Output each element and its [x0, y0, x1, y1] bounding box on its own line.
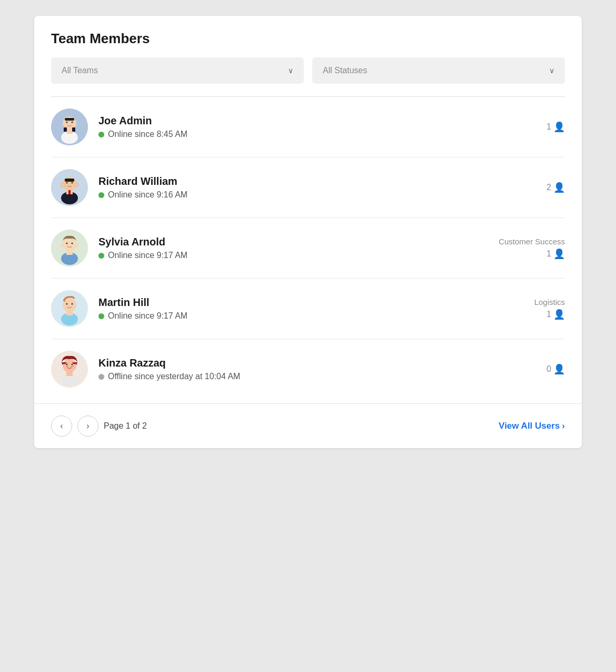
svg-point-25: [61, 243, 65, 248]
member-meta: Logistics 1 👤: [534, 298, 565, 320]
svg-point-16: [61, 183, 65, 187]
view-all-arrow-icon: ›: [562, 421, 565, 431]
pagination: ‹ › Page 1 of 2: [51, 416, 147, 437]
svg-rect-18: [68, 190, 71, 194]
member-meta: 2 👤: [547, 182, 565, 193]
member-count: 2 👤: [547, 182, 565, 193]
svg-point-38: [72, 364, 73, 365]
member-row[interactable]: Sylvia Arnold Online since 9:17 AM Custo…: [51, 218, 565, 279]
member-count: 1 👤: [547, 309, 565, 320]
member-meta: Customer Success 1 👤: [499, 237, 565, 260]
statuses-filter-label: All Statuses: [323, 66, 367, 75]
filters-bar: All Teams ∨ All Statuses ∨: [34, 57, 582, 96]
member-info: Sylvia Arnold Online since 9:17 AM: [98, 236, 499, 260]
count-number: 0: [547, 364, 551, 374]
svg-rect-30: [66, 311, 73, 315]
member-count: 0 👤: [547, 363, 565, 375]
chevron-down-icon: ∨: [549, 66, 554, 75]
next-page-button[interactable]: ›: [77, 416, 98, 437]
page-info: Page 1 of 2: [104, 421, 147, 431]
person-icon: 👤: [553, 309, 565, 320]
svg-point-24: [72, 243, 73, 244]
svg-point-34: [63, 359, 76, 372]
member-status: Online since 9:17 AM: [98, 251, 499, 260]
count-number: 1: [547, 310, 551, 319]
status-dot-icon: [98, 132, 104, 137]
status-dot-icon: [98, 253, 104, 259]
svg-point-14: [72, 182, 73, 184]
member-status: Offline since yesterday at 10:04 AM: [98, 372, 547, 381]
count-number: 2: [547, 183, 551, 192]
status-text: Offline since yesterday at 10:04 AM: [108, 372, 240, 381]
chevron-down-icon: ∨: [288, 66, 293, 75]
member-meta: 1 👤: [547, 121, 565, 133]
member-name: Martin Hill: [98, 297, 534, 309]
svg-rect-7: [64, 127, 67, 132]
member-list: Joe Admin Online since 8:45 AM 1 👤: [34, 97, 582, 399]
svg-point-5: [72, 122, 73, 123]
avatar: [51, 108, 88, 145]
member-name: Joe Admin: [98, 115, 547, 127]
member-status: Online since 9:17 AM: [98, 311, 534, 321]
avatar: [51, 169, 88, 206]
svg-point-39: [66, 366, 68, 367]
member-name: Richard William: [98, 175, 547, 187]
member-row[interactable]: Martin Hill Online since 9:17 AM Logisti…: [51, 279, 565, 339]
avatar: [51, 351, 88, 388]
team-label: Customer Success: [499, 237, 565, 246]
svg-point-26: [74, 243, 78, 248]
card-header: Team Members: [34, 16, 582, 57]
member-meta: 0 👤: [547, 363, 565, 375]
teams-filter-label: All Teams: [62, 66, 98, 75]
status-text: Online since 9:17 AM: [108, 251, 187, 260]
svg-rect-15: [65, 179, 74, 182]
status-dot-icon: [98, 192, 104, 198]
member-count: 1 👤: [547, 121, 565, 133]
svg-point-20: [63, 238, 76, 251]
member-name: Sylvia Arnold: [98, 236, 499, 248]
status-dot-icon: [98, 313, 104, 319]
svg-point-31: [66, 303, 68, 305]
member-info: Kinza Razzaq Offline since yesterday at …: [98, 357, 547, 381]
svg-point-37: [66, 364, 68, 365]
person-icon: 👤: [553, 121, 565, 133]
statuses-filter[interactable]: All Statuses ∨: [312, 57, 565, 84]
member-info: Joe Admin Online since 8:45 AM: [98, 115, 547, 139]
svg-rect-6: [65, 118, 74, 121]
svg-rect-8: [72, 127, 75, 132]
svg-rect-22: [66, 251, 73, 255]
page-title: Team Members: [51, 31, 565, 47]
svg-point-17: [74, 183, 78, 187]
person-icon: 👤: [553, 363, 565, 375]
avatar: [51, 290, 88, 327]
member-name: Kinza Razzaq: [98, 357, 547, 369]
count-number: 1: [547, 122, 551, 132]
person-icon: 👤: [553, 182, 565, 193]
svg-point-4: [66, 122, 68, 123]
status-text: Online since 9:16 AM: [108, 190, 187, 200]
view-all-users-link[interactable]: View All Users ›: [499, 421, 565, 431]
svg-point-23: [66, 243, 68, 244]
team-members-card: Team Members All Teams ∨ All Statuses ∨: [34, 16, 582, 448]
member-info: Martin Hill Online since 9:17 AM: [98, 297, 534, 321]
status-text: Online since 9:17 AM: [108, 311, 187, 321]
svg-point-13: [66, 182, 68, 184]
team-label: Logistics: [534, 298, 565, 307]
teams-filter[interactable]: All Teams ∨: [51, 57, 304, 84]
prev-page-button[interactable]: ‹: [51, 416, 72, 437]
status-dot-icon: [98, 374, 104, 380]
member-info: Richard William Online since 9:16 AM: [98, 175, 547, 200]
avatar: [51, 230, 88, 266]
count-number: 1: [547, 249, 551, 259]
person-icon: 👤: [553, 248, 565, 260]
svg-rect-3: [66, 130, 73, 134]
svg-point-32: [72, 303, 73, 305]
card-footer: ‹ › Page 1 of 2 View All Users ›: [34, 403, 582, 448]
status-text: Online since 8:45 AM: [108, 130, 187, 139]
member-row[interactable]: Joe Admin Online since 8:45 AM 1 👤: [51, 97, 565, 157]
member-row[interactable]: Kinza Razzaq Offline since yesterday at …: [51, 339, 565, 399]
member-row[interactable]: Richard William Online since 9:16 AM 2 👤: [51, 157, 565, 218]
view-all-label: View All Users: [499, 421, 560, 431]
member-status: Online since 8:45 AM: [98, 130, 547, 139]
svg-rect-36: [66, 372, 73, 376]
